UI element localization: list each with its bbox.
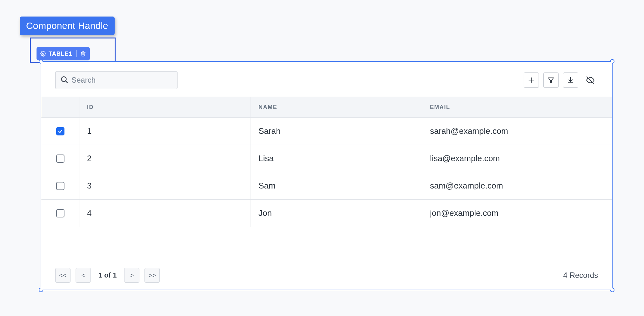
cell-email: lisa@example.com xyxy=(422,145,612,172)
svg-marker-5 xyxy=(548,78,554,83)
header-checkbox-col xyxy=(41,97,79,117)
table-footer: << < 1 of 1 > >> 4 Records xyxy=(41,262,612,290)
table-toolbar xyxy=(41,62,612,97)
cell-name: Sam xyxy=(251,172,422,199)
page-prev-button[interactable]: < xyxy=(76,268,91,283)
table-row[interactable]: 1Sarahsarah@example.com xyxy=(41,118,612,145)
cell-name: Jon xyxy=(251,200,422,227)
search-box[interactable] xyxy=(55,71,178,89)
page-status: 1 of 1 xyxy=(98,271,117,279)
download-button[interactable] xyxy=(563,72,578,88)
page-first-button[interactable]: << xyxy=(55,268,70,283)
handle-divider xyxy=(76,50,77,57)
row-checkbox-cell xyxy=(41,118,79,145)
gear-icon[interactable] xyxy=(40,51,46,57)
search-icon xyxy=(60,75,68,85)
column-header-id[interactable]: ID xyxy=(87,104,94,111)
row-checkbox[interactable] xyxy=(56,127,64,135)
svg-line-2 xyxy=(66,81,67,83)
column-header-name[interactable]: NAME xyxy=(258,104,277,111)
cell-id: 1 xyxy=(79,118,251,145)
table-row[interactable]: 3Samsam@example.com xyxy=(41,172,612,200)
table-body: 1Sarahsarah@example.com2Lisalisa@example… xyxy=(41,118,612,227)
table-widget: ID NAME EMAIL 1Sarahsarah@example.com2Li… xyxy=(41,62,612,290)
add-row-button[interactable] xyxy=(524,72,539,88)
cell-email: jon@example.com xyxy=(422,200,612,227)
row-checkbox[interactable] xyxy=(56,155,64,163)
callout-label: Component Handle xyxy=(20,17,115,35)
toolbar-actions xyxy=(524,72,598,88)
filter-button[interactable] xyxy=(543,72,559,88)
component-handle-label: TABLE1 xyxy=(49,51,72,57)
table-row[interactable]: 4Jonjon@example.com xyxy=(41,200,612,227)
cell-id: 3 xyxy=(79,172,251,199)
svg-point-0 xyxy=(43,53,44,55)
pagination: << < 1 of 1 > >> xyxy=(55,268,160,283)
row-checkbox-cell xyxy=(41,200,79,227)
cell-name: Lisa xyxy=(251,145,422,172)
page-next-button[interactable]: > xyxy=(124,268,139,283)
cell-email: sam@example.com xyxy=(422,172,612,199)
row-checkbox-cell xyxy=(41,172,79,199)
table-header: ID NAME EMAIL xyxy=(41,97,612,118)
table-row[interactable]: 2Lisalisa@example.com xyxy=(41,145,612,172)
column-header-email[interactable]: EMAIL xyxy=(430,104,450,111)
row-checkbox[interactable] xyxy=(56,209,64,217)
cell-id: 2 xyxy=(79,145,251,172)
trash-icon[interactable] xyxy=(80,51,86,57)
record-count: 4 Records xyxy=(563,271,598,280)
page-last-button[interactable]: >> xyxy=(144,268,160,283)
row-checkbox-cell xyxy=(41,145,79,172)
search-input[interactable] xyxy=(71,76,173,85)
toggle-visibility-button[interactable] xyxy=(583,72,598,88)
cell-name: Sarah xyxy=(251,118,422,145)
component-handle[interactable]: TABLE1 xyxy=(37,47,90,60)
cell-id: 4 xyxy=(79,200,251,227)
cell-email: sarah@example.com xyxy=(422,118,612,145)
row-checkbox[interactable] xyxy=(56,182,64,190)
